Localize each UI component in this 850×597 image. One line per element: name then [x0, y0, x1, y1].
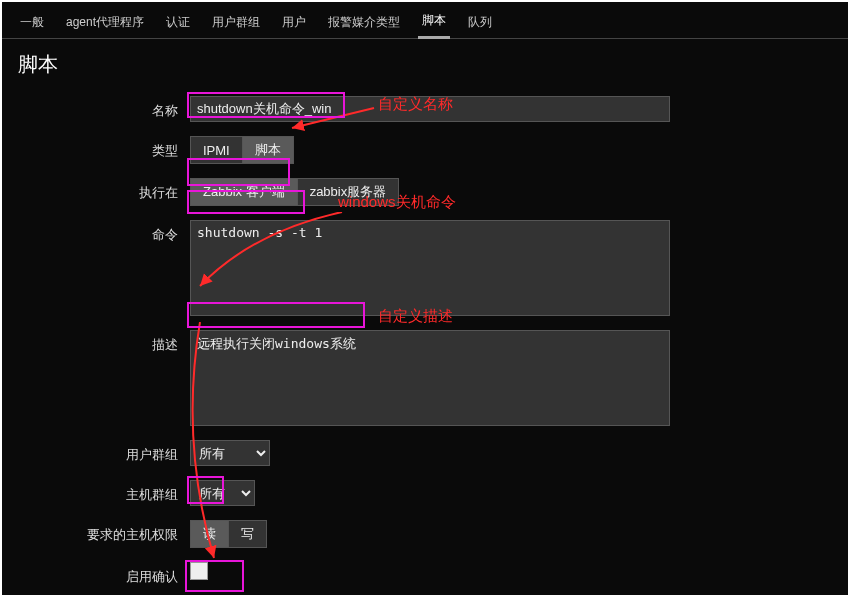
tab-agent-proxy[interactable]: agent代理程序	[62, 14, 148, 38]
row-description: 描述	[18, 330, 832, 426]
tab-auth[interactable]: 认证	[162, 14, 194, 38]
description-textarea[interactable]	[190, 330, 670, 426]
label-description: 描述	[18, 330, 190, 354]
row-host-group: 主机群组 所有	[18, 480, 832, 506]
execute-on-segment: Zabbix 客户端 zabbix服务器	[190, 178, 399, 206]
tab-scripts[interactable]: 脚本	[418, 12, 450, 39]
host-perm-write[interactable]: 写	[228, 520, 267, 548]
label-host-group: 主机群组	[18, 480, 190, 504]
command-textarea[interactable]	[190, 220, 670, 316]
tab-media-types[interactable]: 报警媒介类型	[324, 14, 404, 38]
row-command: 命令	[18, 220, 832, 316]
execute-on-server[interactable]: zabbix服务器	[297, 178, 400, 206]
row-enable-confirm: 启用确认	[18, 562, 832, 586]
tab-general[interactable]: 一般	[16, 14, 48, 38]
type-option-script[interactable]: 脚本	[242, 136, 294, 164]
label-host-perm: 要求的主机权限	[18, 520, 190, 544]
execute-on-agent[interactable]: Zabbix 客户端	[190, 178, 298, 206]
host-perm-read[interactable]: 读	[190, 520, 229, 548]
user-group-select[interactable]: 所有	[190, 440, 270, 466]
tab-queue[interactable]: 队列	[464, 14, 496, 38]
row-user-group: 用户群组 所有	[18, 440, 832, 466]
host-group-select[interactable]: 所有	[190, 480, 255, 506]
script-form: 名称 类型 IPMI 脚本 执行在 Zabbix 客户端 zabbix服务器	[2, 96, 848, 597]
host-perm-segment: 读 写	[190, 520, 267, 548]
label-user-group: 用户群组	[18, 440, 190, 464]
label-enable-confirm: 启用确认	[18, 562, 190, 586]
row-host-perm: 要求的主机权限 读 写	[18, 520, 832, 548]
enable-confirm-checkbox[interactable]	[190, 562, 208, 580]
label-type: 类型	[18, 136, 190, 160]
tab-users[interactable]: 用户	[278, 14, 310, 38]
label-command: 命令	[18, 220, 190, 244]
type-option-ipmi[interactable]: IPMI	[190, 136, 243, 164]
page-title: 脚本	[2, 39, 848, 96]
type-segment: IPMI 脚本	[190, 136, 294, 164]
row-name: 名称	[18, 96, 832, 122]
tab-user-groups[interactable]: 用户群组	[208, 14, 264, 38]
row-type: 类型 IPMI 脚本	[18, 136, 832, 164]
row-execute-on: 执行在 Zabbix 客户端 zabbix服务器	[18, 178, 832, 206]
name-input[interactable]	[190, 96, 670, 122]
label-execute-on: 执行在	[18, 178, 190, 202]
top-nav: 一般 agent代理程序 认证 用户群组 用户 报警媒介类型 脚本 队列	[2, 2, 848, 39]
label-name: 名称	[18, 96, 190, 120]
